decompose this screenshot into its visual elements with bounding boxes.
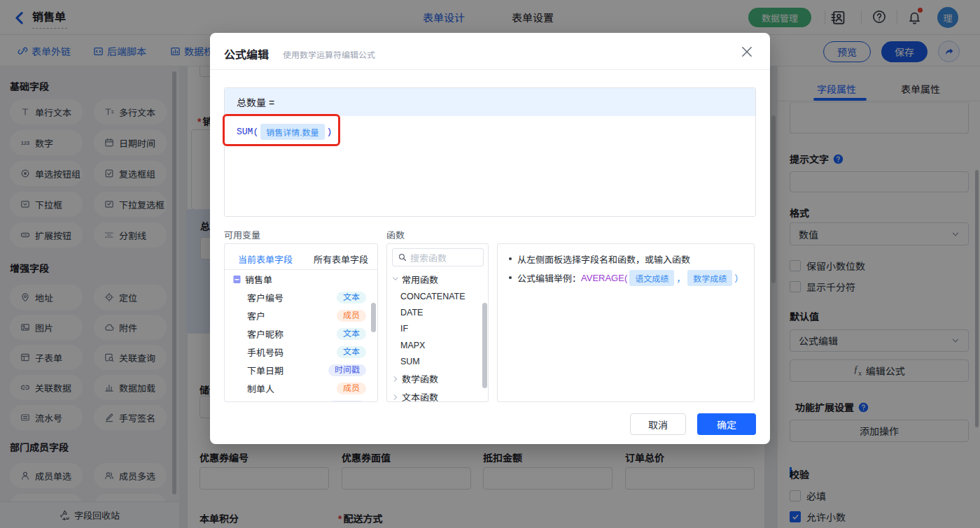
function-group-row[interactable]: 常用函数: [387, 270, 488, 288]
function-item[interactable]: MAPX: [387, 337, 488, 353]
variable-field-name: 下单日期: [247, 364, 284, 377]
variables-panel: 当前表单字段 所有表单字段 销售单 客户编号 文本 客户 成员 客户昵称 文本 …: [224, 243, 378, 402]
confirm-button[interactable]: 确定: [697, 413, 756, 435]
functions-panel: 搜索函数 常用函数 CONCATENATEDATEIFMAPXSUM 数学函数 …: [386, 243, 489, 402]
variable-field-row[interactable]: 客户昵称 文本: [225, 324, 377, 343]
tip-text: 从左侧面板选择字段名和函数，或输入函数: [517, 252, 690, 266]
tab-all-form-fields[interactable]: 所有表单字段: [314, 252, 368, 266]
functions-section-label: 函数: [386, 228, 405, 241]
dialog-header-divider: [210, 69, 770, 70]
field-type-tag: 文本: [337, 346, 366, 358]
variable-field-row[interactable]: 手机号码 文本: [225, 343, 377, 361]
chevron-right-icon: [392, 394, 399, 401]
tip-line: 从左侧面板选择字段名和函数，或输入函数: [509, 252, 690, 266]
variables-section-label: 可用变量: [224, 228, 260, 241]
field-type-tag: 时间戳: [328, 364, 366, 376]
variables-tree-root-label: 销售单: [245, 273, 272, 286]
formula-tips-panel: 从左侧面板选择字段名和函数，或输入函数 公式编辑举例： AVERAGE( 语文成…: [497, 243, 755, 402]
example-paren-token: ）: [734, 271, 743, 285]
functions-scrollbar[interactable]: [482, 303, 487, 388]
variable-field-name: 制单人: [247, 382, 274, 395]
example-field-chip: 语文成绩: [629, 270, 674, 286]
field-type-tag: 成员: [337, 383, 366, 394]
function-group-row[interactable]: 文本函数: [387, 388, 488, 402]
chevron-right-icon: [392, 376, 399, 383]
tab-current-form-fields[interactable]: 当前表单字段: [238, 252, 293, 266]
example-comma-token: ，: [676, 271, 685, 285]
variable-field-row[interactable]: 时间戳: [225, 397, 377, 402]
example-function-token: AVERAGE(: [581, 273, 627, 283]
search-placeholder: 搜索函数: [410, 251, 447, 264]
function-item[interactable]: IF: [387, 321, 488, 337]
variable-field-row[interactable]: 客户 成员: [225, 306, 377, 324]
bullet-dot: [509, 257, 512, 260]
variables-tree-root[interactable]: 销售单: [225, 270, 377, 288]
cancel-button[interactable]: 取消: [630, 413, 686, 435]
formula-editor: 总数量 = SUM( 销售详情.数量 ): [224, 87, 756, 217]
dialog-title: 公式编辑: [224, 45, 269, 62]
variable-field-name: 手机号码: [247, 345, 284, 359]
variable-field-row[interactable]: 下单日期 时间戳: [225, 361, 377, 379]
tip-text: 公式编辑举例：: [517, 271, 581, 285]
example-field-chip: 数学成绩: [687, 270, 732, 286]
formula-edit-dialog: 公式编辑 使用数学运算符编辑公式 总数量 = SUM( 销售详情.数量 ) 可用…: [210, 33, 770, 444]
variable-field-row[interactable]: 制单人 成员: [225, 379, 377, 397]
variables-scrollbar[interactable]: [371, 303, 376, 332]
bullet-dot: [509, 276, 512, 279]
field-type-tag: 文本: [337, 292, 366, 304]
function-group-row[interactable]: 数学函数: [387, 370, 488, 388]
function-group-label: 文本函数: [402, 390, 438, 402]
function-item[interactable]: CONCATENATE: [387, 288, 488, 304]
variable-field-name: 客户昵称: [247, 327, 284, 341]
chevron-down-icon: [392, 276, 399, 283]
form-doc-icon: [232, 275, 241, 284]
field-type-tag: 时间戳: [328, 401, 366, 403]
function-group-label: 常用函数: [402, 273, 438, 286]
app-root: 销售单 表单设计 表单设置 数据管理 理 表单外链 后端脚本 数据权限 预览 保…: [0, 0, 980, 528]
tip-example-line: 公式编辑举例： AVERAGE( 语文成绩 ， 数学成绩 ）: [509, 271, 743, 285]
function-search-input[interactable]: 搜索函数: [392, 248, 484, 266]
formula-target: 总数量 =: [225, 88, 755, 116]
variables-tree: 销售单 客户编号 文本 客户 成员 客户昵称 文本 手机号码 文本 下单日期 时…: [225, 270, 377, 402]
annotation-highlight-box: [223, 114, 340, 146]
close-icon[interactable]: [741, 45, 753, 58]
functions-tree: 常用函数 CONCATENATEDATEIFMAPXSUM 数学函数 文本函数: [387, 270, 488, 402]
variable-field-name: 客户编号: [247, 291, 284, 304]
dialog-subtitle: 使用数学运算符编辑公式: [283, 48, 375, 60]
function-item[interactable]: DATE: [387, 304, 488, 320]
function-item[interactable]: SUM: [387, 354, 488, 370]
function-group-label: 数学函数: [402, 372, 438, 385]
search-icon: [398, 253, 407, 262]
variable-field-name: 客户: [247, 309, 265, 322]
field-type-tag: 成员: [337, 310, 366, 322]
variable-field-row[interactable]: 客户编号 文本: [225, 288, 377, 306]
field-type-tag: 文本: [337, 328, 366, 340]
